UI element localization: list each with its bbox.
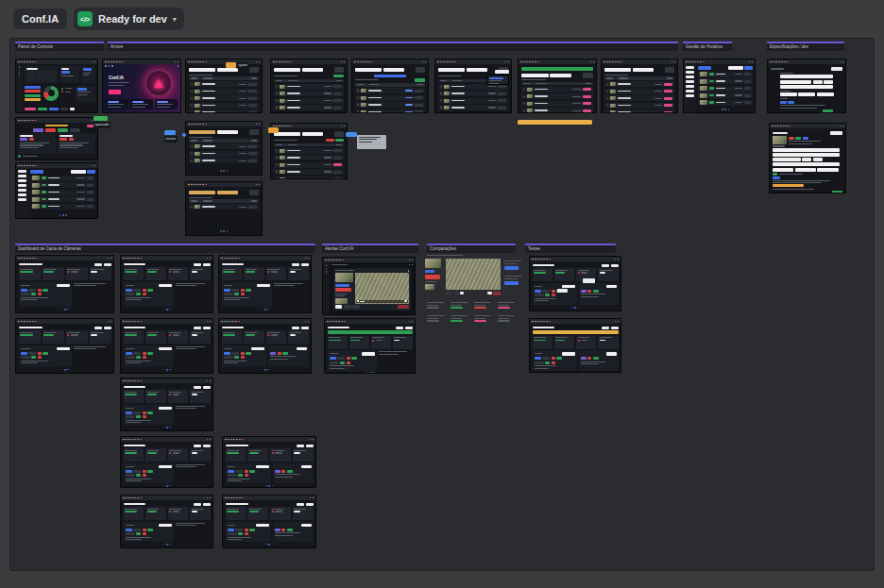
design-frame-dashcam[interactable] — [120, 378, 213, 431]
design-frame-table[interactable] — [185, 181, 263, 236]
design-frame-table[interactable] — [270, 123, 348, 179]
nav-dot — [128, 321, 130, 323]
file-tab[interactable]: Conf.IA — [13, 8, 67, 29]
design-frame-dashcam[interactable] — [218, 318, 312, 374]
camera-row — [30, 182, 95, 188]
design-frame-dashcam[interactable] — [529, 318, 621, 373]
text-line-dim — [203, 200, 212, 201]
text-line-dim — [60, 147, 78, 148]
annotation-note[interactable] — [357, 135, 386, 149]
mini-element — [74, 345, 110, 368]
mini-row — [272, 511, 290, 512]
text-line-dim — [324, 164, 332, 165]
design-frame-table[interactable] — [601, 59, 678, 113]
nav-dot — [18, 321, 20, 323]
text-line — [287, 100, 300, 102]
mini-pill — [248, 97, 257, 100]
text-line-dim — [126, 361, 151, 361]
indicator-dot — [223, 170, 225, 172]
design-frame-table[interactable] — [518, 59, 597, 113]
annotation-tag[interactable] — [94, 116, 108, 121]
text-line-dim — [77, 94, 88, 95]
annotation-tag[interactable] — [268, 127, 279, 133]
design-frame-dashcam[interactable] — [120, 436, 213, 488]
design-frame-table[interactable] — [270, 59, 348, 113]
table-row — [189, 151, 259, 157]
comparison-group[interactable] — [425, 255, 525, 335]
section-bar-alertas-conf-ia[interactable]: Alertas Conf.IA — [322, 244, 418, 253]
mini-pill — [147, 289, 153, 292]
input-field — [562, 285, 575, 289]
mini-row — [169, 334, 187, 336]
text-line-dim — [272, 450, 284, 451]
section-bar-especifica-es-dev[interactable]: Especificações / dev — [767, 42, 844, 51]
indicator-dot — [724, 109, 726, 110]
section-bar-arvore[interactable]: Arvore — [108, 42, 678, 51]
nav-dot — [137, 439, 139, 441]
status-dropdown[interactable]: </> Ready for dev ▾ — [74, 8, 184, 30]
annotation-tag[interactable] — [164, 130, 176, 135]
mini-element — [335, 273, 353, 304]
nav-dot — [239, 439, 241, 441]
design-frame-dashcam[interactable] — [222, 495, 316, 548]
annotation-dot[interactable] — [182, 133, 186, 137]
text-line-dim — [267, 269, 280, 270]
mini-pill — [104, 327, 111, 329]
section-bar-dashboard-de-caixa-de-c-meras[interactable]: Dashboard de Caixa de Câmeras — [15, 244, 315, 253]
section-bar-gest-o-de-hor-rios[interactable]: Gestão de Horários — [683, 42, 732, 51]
nav-dot — [273, 61, 275, 63]
indicator-dot — [65, 214, 67, 216]
design-frame-camtable[interactable] — [683, 59, 756, 113]
mini-pill — [245, 529, 248, 531]
design-frame-dashcam[interactable] — [15, 318, 114, 374]
photo-thumbnail — [32, 197, 40, 202]
blue-action-button[interactable] — [504, 266, 518, 270]
section-bar-testes[interactable]: Testes — [525, 244, 616, 253]
nav-dot — [238, 258, 240, 260]
design-frame-btnboard[interactable] — [15, 117, 98, 160]
design-frame-dashcam[interactable] — [324, 318, 416, 374]
blue-action-button[interactable] — [504, 281, 518, 285]
design-frame-table[interactable] — [185, 59, 263, 113]
design-frame-dashcam[interactable] — [120, 495, 213, 548]
mini-pill — [664, 104, 672, 107]
annotation-bar[interactable] — [518, 120, 592, 125]
mini-row — [61, 91, 73, 92]
mini-pill — [224, 356, 233, 359]
text-line-dim — [735, 88, 742, 89]
design-frame-dashcam[interactable] — [222, 436, 316, 488]
frame-body — [223, 500, 315, 547]
design-frame-dashcam[interactable] — [120, 318, 213, 374]
design-frame-donut[interactable] — [15, 59, 98, 113]
mini-pill — [241, 293, 245, 295]
mini-pill — [773, 173, 777, 176]
design-frame-dashcam[interactable] — [120, 255, 213, 313]
design-frame-table[interactable] — [185, 121, 263, 176]
design-frame-detail[interactable] — [769, 123, 846, 193]
design-frame-hero[interactable]: Conf.IA — [102, 59, 181, 113]
table-row — [189, 143, 259, 149]
nav-dot — [207, 497, 209, 499]
hero-title: Conf.IA — [109, 76, 124, 80]
indicator-dot — [169, 485, 171, 487]
design-frame-camtable[interactable] — [15, 162, 98, 219]
design-frame-table[interactable] — [434, 59, 512, 113]
design-frame-dashcam[interactable] — [218, 255, 312, 313]
indicator-dot — [169, 544, 171, 546]
design-frame-form[interactable] — [767, 59, 846, 113]
design-frame-dashcam[interactable] — [15, 255, 114, 313]
mini-element — [176, 405, 211, 426]
section-bar-painel-de-controle[interactable]: Painel de Controle — [15, 42, 104, 51]
design-frame-videoapp[interactable] — [322, 257, 416, 315]
mini-row — [124, 445, 211, 447]
design-frame-dashcam[interactable] — [529, 256, 621, 311]
section-bar-compara-es[interactable]: Comparações — [427, 244, 516, 253]
design-frame-table[interactable] — [351, 59, 429, 113]
text-line-dim — [125, 509, 137, 510]
annotation-tag[interactable] — [346, 132, 357, 137]
mini-pill — [831, 67, 842, 71]
frame-body — [271, 128, 347, 178]
annotation-tag[interactable] — [226, 62, 236, 68]
nav-dot — [230, 321, 231, 323]
mini-row — [226, 503, 314, 506]
